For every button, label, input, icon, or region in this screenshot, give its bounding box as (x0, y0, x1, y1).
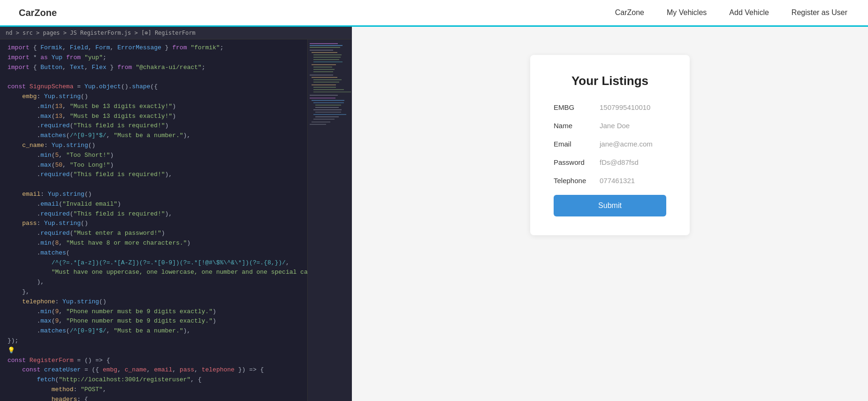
nav-links: CarZone My Vehicles Add Vehicle Register… (613, 8, 849, 17)
svg-rect-3 (310, 47, 340, 48)
label-password: Password (554, 158, 596, 166)
label-email: Email (554, 140, 596, 148)
svg-rect-9 (313, 62, 343, 62)
brand-logo[interactable]: CarZone (19, 8, 57, 18)
svg-rect-16 (313, 79, 342, 80)
code-area: import { Formik, Field, Form, ErrorMessa… (0, 39, 352, 401)
svg-rect-10 (312, 64, 336, 65)
svg-rect-18 (312, 85, 336, 85)
label-name: Name (554, 122, 596, 130)
nav-carzone[interactable]: CarZone (613, 8, 646, 17)
svg-rect-1 (310, 43, 338, 44)
listing-row-email: Email jane@acme.com (554, 140, 666, 148)
label-telephone: Telephone (554, 177, 596, 185)
svg-rect-13 (313, 71, 333, 72)
value-password: fDs@d87fsd (600, 158, 639, 166)
svg-rect-15 (312, 77, 337, 78)
svg-rect-22 (310, 95, 338, 96)
code-content[interactable]: import { Formik, Field, Form, ErrorMessa… (0, 39, 307, 401)
value-email: jane@acme.com (600, 140, 653, 148)
svg-rect-24 (312, 100, 344, 101)
svg-rect-2 (310, 45, 343, 46)
file-tree-minimap (307, 39, 352, 401)
main-content: nd > src > pages > JS RegisterForm.js > … (0, 27, 868, 401)
svg-rect-17 (313, 82, 339, 83)
right-panel: Your Listings EMBG 1507995410010 Name Ja… (352, 27, 868, 401)
svg-rect-34 (310, 124, 326, 125)
svg-rect-20 (313, 89, 344, 90)
code-editor-panel: nd > src > pages > JS RegisterForm.js > … (0, 27, 352, 401)
listings-card: Your Listings EMBG 1507995410010 Name Ja… (530, 55, 690, 235)
value-embg: 1507995410010 (600, 103, 650, 111)
svg-rect-8 (313, 59, 339, 60)
svg-rect-12 (313, 69, 335, 70)
svg-rect-11 (313, 67, 332, 68)
svg-rect-21 (313, 92, 351, 93)
svg-rect-4 (310, 50, 333, 51)
svg-rect-6 (313, 54, 342, 55)
svg-rect-30 (313, 114, 346, 115)
listing-row-password: Password fDs@d87fsd (554, 158, 666, 166)
svg-rect-23 (310, 98, 335, 99)
svg-rect-31 (315, 116, 339, 117)
svg-rect-0 (308, 39, 352, 401)
svg-rect-27 (315, 107, 339, 108)
svg-rect-7 (313, 57, 341, 58)
svg-rect-26 (315, 105, 341, 106)
listing-row-name: Name Jane Doe (554, 122, 666, 130)
navbar: CarZone CarZone My Vehicles Add Vehicle … (0, 0, 868, 27)
svg-rect-29 (315, 112, 341, 113)
submit-button[interactable]: Submit (554, 195, 666, 216)
svg-rect-5 (312, 52, 337, 53)
svg-rect-28 (313, 109, 342, 110)
svg-rect-25 (313, 102, 344, 103)
value-name: Jane Doe (600, 122, 630, 130)
nav-add-vehicle[interactable]: Add Vehicle (727, 8, 771, 17)
svg-rect-19 (313, 87, 336, 88)
breadcrumb: nd > src > pages > JS RegisterForm.js > … (0, 27, 352, 39)
listing-row-embg: EMBG 1507995410010 (554, 103, 666, 111)
label-embg: EMBG (554, 103, 596, 111)
listings-title: Your Listings (554, 74, 666, 88)
svg-rect-14 (310, 75, 333, 76)
breadcrumb-text: nd > src > pages > JS RegisterForm.js > … (6, 30, 196, 36)
value-telephone: 077461321 (600, 177, 635, 185)
listing-row-telephone: Telephone 077461321 (554, 177, 666, 185)
svg-rect-32 (313, 119, 335, 120)
nav-register[interactable]: Register as User (790, 8, 849, 17)
nav-my-vehicles[interactable]: My Vehicles (665, 8, 708, 17)
svg-rect-33 (312, 122, 330, 123)
